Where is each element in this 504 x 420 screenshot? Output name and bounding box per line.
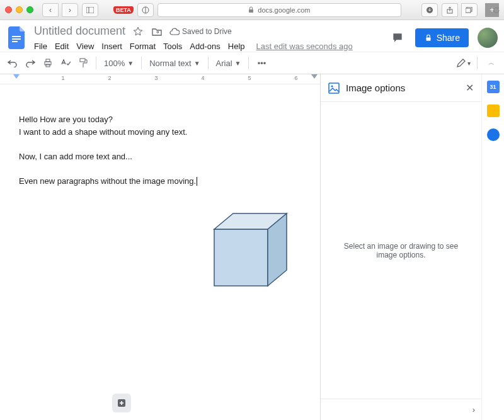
doc-text-line[interactable]: Now, I can add more text and... — [19, 150, 301, 163]
cloud-icon — [169, 28, 180, 35]
sidebar-toggle-button[interactable] — [82, 3, 98, 17]
close-window-icon[interactable] — [5, 6, 12, 13]
svg-rect-0 — [86, 7, 94, 13]
move-folder-icon[interactable] — [151, 25, 163, 38]
svg-marker-17 — [214, 229, 268, 286]
svg-point-22 — [331, 85, 333, 87]
menu-edit[interactable]: Edit — [55, 42, 69, 51]
undo-button[interactable] — [5, 55, 20, 71]
document-area[interactable]: 1 2 3 4 5 6 Hello How are you today? I w… — [0, 74, 320, 420]
collapse-toolbar-button[interactable]: ︿ — [484, 55, 499, 71]
ruler-mark: 1 — [61, 75, 64, 81]
formatting-toolbar: 100%▼ Normal text▼ Arial▼ ••• ▾ ︿ — [0, 52, 504, 74]
doc-title[interactable]: Untitled document — [34, 25, 125, 38]
image-icon — [328, 82, 340, 94]
shield-icon[interactable] — [137, 3, 154, 17]
svg-rect-14 — [46, 59, 50, 62]
lock-icon — [424, 33, 433, 42]
svg-rect-11 — [12, 41, 18, 42]
print-button[interactable] — [40, 55, 55, 71]
right-indent-marker-icon[interactable] — [311, 74, 318, 79]
browser-chrome: ‹ › BETA docs.google.com + — [0, 0, 504, 20]
cube-drawing[interactable] — [211, 210, 293, 292]
ruler-mark: 4 — [201, 75, 204, 81]
tasks-addon-icon[interactable] — [487, 128, 500, 141]
menu-insert[interactable]: Insert — [101, 42, 122, 51]
share-sheet-button[interactable] — [442, 3, 458, 17]
zoom-selector[interactable]: 100%▼ — [101, 59, 136, 68]
docs-app: Untitled document Saved to Drive File Ed… — [0, 20, 504, 420]
lock-icon — [248, 6, 254, 13]
font-selector[interactable]: Arial▼ — [214, 59, 244, 68]
panel-title: Image options — [346, 82, 405, 93]
doc-text-line[interactable]: Even new paragraphs without the image mo… — [19, 175, 301, 188]
svg-rect-12 — [426, 37, 430, 40]
svg-rect-10 — [12, 38, 21, 40]
keep-addon-icon[interactable] — [487, 105, 500, 117]
panel-placeholder: Select an image or drawing to see image … — [321, 102, 481, 399]
ruler-mark: 6 — [294, 75, 297, 81]
menu-bar: File Edit View Insert Format Tools Add-o… — [34, 39, 353, 51]
paint-format-button[interactable] — [76, 55, 91, 71]
minimize-window-icon[interactable] — [16, 6, 23, 13]
doc-text-line[interactable]: I want to add a shape without moving any… — [19, 126, 301, 139]
address-bar[interactable]: docs.google.com — [158, 3, 401, 17]
tabs-button[interactable] — [461, 3, 478, 17]
comments-button[interactable] — [389, 29, 406, 47]
horizontal-ruler[interactable]: 1 2 3 4 5 6 — [0, 74, 320, 84]
spellcheck-button[interactable] — [58, 55, 73, 71]
url-text: docs.google.com — [258, 6, 310, 14]
menu-help[interactable]: Help — [228, 42, 245, 51]
calendar-addon-icon[interactable]: 31 — [487, 81, 500, 93]
share-button[interactable]: Share — [415, 28, 469, 47]
editing-mode-button[interactable]: ▾ — [455, 55, 471, 71]
nav-back-button[interactable]: ‹ — [42, 3, 59, 17]
menu-tools[interactable]: Tools — [163, 42, 182, 51]
docs-logo-icon[interactable] — [6, 24, 28, 52]
svg-rect-16 — [80, 59, 85, 62]
docs-header: Untitled document Saved to Drive File Ed… — [0, 20, 504, 52]
style-selector[interactable]: Normal text▼ — [147, 59, 202, 68]
ruler-mark: 5 — [248, 75, 251, 81]
menu-file[interactable]: File — [34, 42, 47, 51]
indent-marker-icon[interactable] — [13, 74, 20, 79]
ruler-mark: 2 — [108, 75, 111, 81]
window-controls — [5, 6, 33, 13]
nav-forward-button[interactable]: › — [62, 3, 78, 17]
panel-chevron-button[interactable]: › — [472, 405, 475, 414]
account-avatar[interactable] — [478, 28, 498, 48]
workspace: 1 2 3 4 5 6 Hello How are you today? I w… — [0, 74, 504, 420]
maximize-window-icon[interactable] — [26, 6, 33, 13]
svg-rect-21 — [329, 83, 339, 93]
reload-icon[interactable] — [493, 6, 500, 14]
menu-view[interactable]: View — [76, 42, 94, 51]
svg-rect-4 — [249, 9, 253, 13]
image-options-panel: Image options ✕ Select an image or drawi… — [320, 74, 481, 420]
star-icon[interactable] — [132, 25, 144, 38]
svg-rect-9 — [12, 36, 21, 37]
close-panel-button[interactable]: ✕ — [466, 82, 474, 94]
side-rail: 31 — [481, 74, 504, 420]
svg-rect-3 — [145, 7, 146, 13]
doc-text-line[interactable]: Hello How are you today? — [19, 113, 301, 126]
document-page[interactable]: Hello How are you today? I want to add a… — [0, 84, 320, 420]
svg-rect-8 — [466, 8, 471, 13]
menu-format[interactable]: Format — [130, 42, 156, 51]
ruler-mark: 3 — [154, 75, 158, 81]
explore-button[interactable] — [112, 394, 131, 412]
redo-button[interactable] — [23, 55, 38, 71]
download-button[interactable] — [421, 3, 438, 17]
save-status: Saved to Drive — [169, 27, 232, 36]
menu-addons[interactable]: Add-ons — [190, 42, 220, 51]
text-cursor — [197, 177, 197, 186]
more-tools-button[interactable]: ••• — [254, 55, 269, 71]
last-edit-link[interactable]: Last edit was seconds ago — [256, 42, 353, 51]
beta-badge: BETA — [113, 6, 134, 14]
